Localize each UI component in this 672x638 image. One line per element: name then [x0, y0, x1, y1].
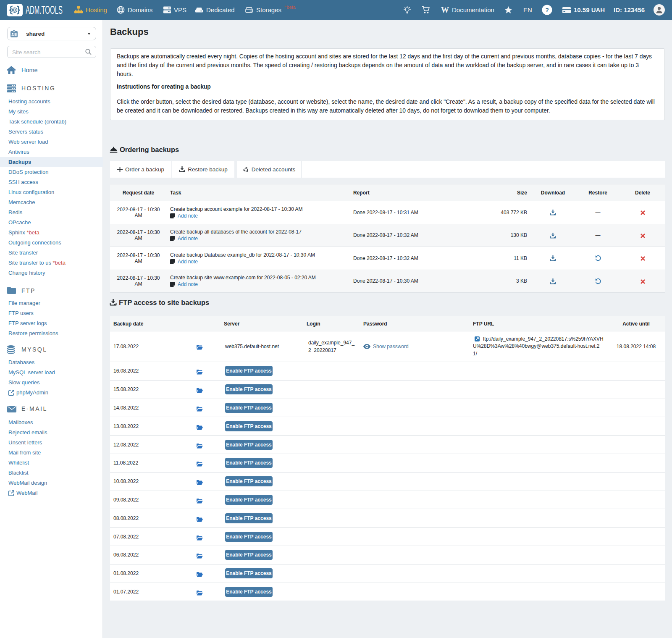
svg-text:?: ? [545, 7, 549, 13]
